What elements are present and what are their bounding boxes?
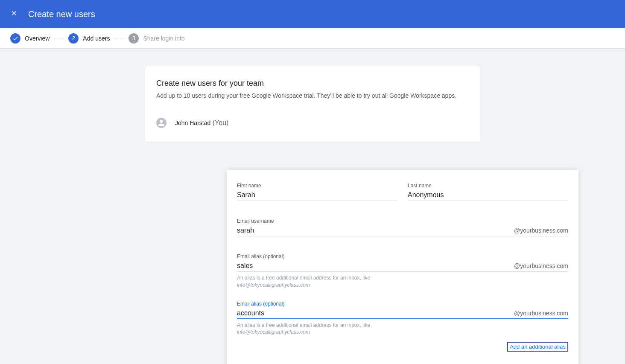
domain-suffix: @yourbusiness.com [511,227,568,234]
add-additional-alias-link[interactable]: Add an additional alias [507,342,568,352]
card-subtitle: Add up to 10 users during your free Goog… [156,92,469,99]
alias-label: Email alias (optional) [237,253,568,259]
avatar-icon [156,118,166,128]
domain-suffix: @yourbusiness.com [511,262,568,269]
email-alias-input-1[interactable] [237,262,511,270]
first-name-field: First name [237,183,397,201]
alias-helper: An alias is a free additional email addr… [237,322,568,336]
user-name: John Harstad [175,119,210,126]
existing-user-row: John Harstad (You) [156,114,469,131]
step-number: 2 [68,33,79,44]
email-username-input[interactable] [237,227,511,234]
step-label: Overview [25,35,50,42]
step-add-users[interactable]: 2 Add users [68,33,110,44]
first-name-input[interactable] [237,191,397,199]
alias-label: Email alias (optional) [237,301,568,307]
create-users-card: Create new users for your team Add up to… [145,66,480,143]
alias-helper: An alias is a free additional email addr… [237,274,568,289]
step-number: 3 [129,33,139,44]
stepper: Overview 2 Add users 3 Share login info [0,28,625,49]
last-name-label: Last name [408,183,568,189]
card-title: Create new users for your team [156,79,469,88]
email-username-label: Email username [237,218,568,224]
check-icon [10,33,20,44]
step-label: Add users [83,35,110,42]
last-name-field: Last name [408,183,568,201]
email-alias-field-1: Email alias (optional) @yourbusiness.com… [237,253,568,289]
last-name-input[interactable] [408,191,568,199]
first-name-label: First name [237,183,397,189]
separator [54,38,64,38]
close-icon[interactable] [10,9,18,19]
header: Create new users [0,0,625,28]
step-label: Share login info [143,35,184,42]
user-form-panel: First name Last name Email username @you… [227,170,578,364]
you-label: (You) [213,119,229,126]
domain-suffix: @yourbusiness.com [511,310,568,317]
page-title: Create new users [28,9,95,19]
step-share-login[interactable]: 3 Share login info [129,33,184,44]
email-username-field: Email username @yourbusiness.com [237,218,568,236]
email-alias-field-2: Email alias (optional) @yourbusiness.com… [237,301,568,336]
separator [114,38,124,38]
email-alias-input-2[interactable] [237,309,511,317]
step-overview[interactable]: Overview [10,33,50,44]
